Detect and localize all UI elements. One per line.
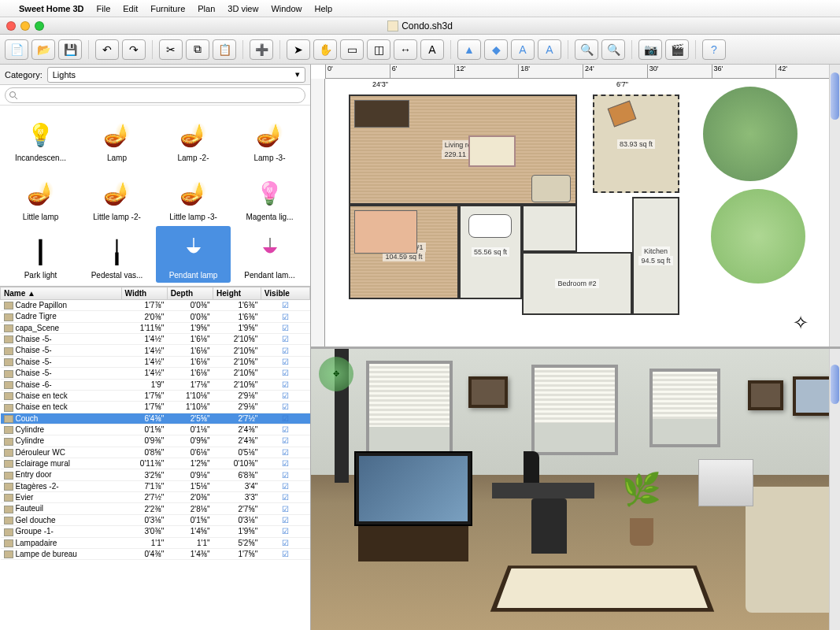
catalog-item[interactable]: 🪔Little lamp — [3, 167, 78, 224]
category-select[interactable]: Lights ▾ — [47, 67, 305, 83]
visible-checkbox[interactable]: ☑ — [261, 311, 309, 322]
minimize-icon[interactable] — [20, 21, 30, 31]
catalog-item[interactable]: 🪔Little lamp -3- — [156, 167, 231, 224]
column-header[interactable]: Name ▲ — [1, 287, 122, 300]
visible-checkbox[interactable]: ☑ — [261, 322, 309, 333]
catalog-item[interactable]: 🪔Lamp -2- — [156, 109, 231, 165]
menu-help[interactable]: Help — [315, 4, 333, 13]
zoom-in-button[interactable]: 🔍 — [575, 39, 598, 60]
close-icon[interactable] — [6, 21, 16, 31]
catalog-item[interactable]: 🪔Little lamp -2- — [80, 167, 154, 224]
visible-checkbox[interactable]: ☑ — [261, 402, 309, 413]
pan-tool-button[interactable]: ✋ — [313, 39, 337, 60]
visible-checkbox[interactable]: ☑ — [261, 447, 309, 458]
visible-checkbox[interactable]: ☑ — [261, 413, 309, 424]
table-row[interactable]: Evier2'7½"2'0⅜"3'3"☑ — [1, 492, 310, 503]
help-button[interactable]: ? — [702, 39, 726, 60]
visible-checkbox[interactable]: ☑ — [261, 424, 309, 435]
table-row[interactable]: Chaise -5-1'4½"1'6⅛"2'10⅝"☑ — [1, 345, 310, 356]
table-row[interactable]: Cadre Papillon1'7⅞"0'0⅜"1'6⅜"☑ — [1, 300, 310, 311]
zoom-icon[interactable] — [35, 21, 44, 31]
scrollbar[interactable] — [829, 65, 840, 346]
column-header[interactable]: Visible — [261, 287, 309, 300]
column-header[interactable]: Width — [121, 287, 167, 300]
visible-checkbox[interactable]: ☑ — [261, 548, 309, 559]
photo-button[interactable]: 📷 — [638, 39, 662, 60]
plan-view[interactable]: 0'6'12'18'24'30'36'42' Living room 229.1… — [311, 65, 840, 349]
room-tool-button[interactable]: ◫ — [367, 39, 390, 60]
copy-button[interactable]: ⧉ — [186, 39, 209, 60]
table-row[interactable]: Cylindre0'9⅜"0'9⅝"2'4⅜"☑ — [1, 435, 310, 447]
save-button[interactable]: 💾 — [58, 39, 82, 60]
zoom-out-button[interactable]: 🔍 — [601, 39, 625, 60]
table-row[interactable]: Lampe de bureau0'4⅜"1'4⅜"1'7⅝"☑ — [1, 548, 310, 559]
app-name[interactable]: Sweet Home 3D — [19, 4, 84, 13]
column-header[interactable]: Depth — [167, 287, 213, 300]
table-row[interactable]: Couch6'4⅜"2'5⅝"2'7½"☑ — [1, 413, 310, 424]
3d-view[interactable]: ✥ — [311, 349, 840, 631]
visible-checkbox[interactable]: ☑ — [261, 458, 309, 469]
visible-checkbox[interactable]: ☑ — [261, 300, 309, 311]
obj2-button[interactable]: ◆ — [484, 39, 508, 60]
catalog-item[interactable]: 🪔Lamp -3- — [232, 109, 307, 165]
scrollbar[interactable] — [829, 349, 840, 631]
menu-file[interactable]: File — [97, 4, 111, 13]
catalog-item[interactable]: 🪔Lamp — [80, 109, 154, 165]
table-row[interactable]: Chaise -5-1'4½"1'6⅛"2'10⅝"☑ — [1, 356, 310, 367]
search-input[interactable] — [5, 87, 305, 103]
table-row[interactable]: Chaise en teck1'7⅝"1'10⅛"2'9⅛"☑ — [1, 402, 310, 413]
visible-checkbox[interactable]: ☑ — [261, 469, 309, 480]
table-row[interactable]: Gel douche0'3⅛"0'1⅝"0'3⅛"☑ — [1, 514, 310, 525]
obj3-button[interactable]: A — [511, 39, 535, 60]
menu-edit[interactable]: Edit — [123, 4, 138, 13]
paste-button[interactable]: 📋 — [213, 39, 236, 60]
undo-button[interactable]: ↶ — [95, 39, 119, 60]
cut-button[interactable]: ✂ — [159, 39, 183, 60]
catalog-item[interactable]: 💡Magenta lig... — [232, 167, 307, 224]
video-button[interactable]: 🎬 — [665, 39, 689, 60]
visible-checkbox[interactable]: ☑ — [261, 492, 309, 503]
menu-window[interactable]: Window — [271, 4, 302, 13]
visible-checkbox[interactable]: ☑ — [261, 356, 309, 367]
catalog-item[interactable]: Pendant lamp — [156, 226, 231, 283]
table-row[interactable]: Cadre Tigre2'0⅜"0'0⅜"1'6⅜"☑ — [1, 311, 310, 322]
menu-furniture[interactable]: Furniture — [150, 4, 185, 13]
3d-nav-control[interactable]: ✥ — [319, 357, 353, 391]
visible-checkbox[interactable]: ☑ — [261, 334, 309, 345]
table-row[interactable]: Groupe -1-3'0⅜"1'4⅝"1'9⅝"☑ — [1, 526, 310, 537]
menu-plan[interactable]: Plan — [198, 4, 215, 13]
visible-checkbox[interactable]: ☑ — [261, 537, 309, 548]
visible-checkbox[interactable]: ☑ — [261, 345, 309, 356]
column-header[interactable]: Height — [213, 287, 261, 300]
add-furniture-button[interactable]: ➕ — [250, 39, 273, 60]
wall-tool-button[interactable]: ▭ — [340, 39, 364, 60]
visible-checkbox[interactable]: ☑ — [261, 514, 309, 525]
catalog-item[interactable]: 💡Incandescen... — [3, 109, 78, 165]
visible-checkbox[interactable]: ☑ — [261, 390, 309, 401]
visible-checkbox[interactable]: ☑ — [261, 368, 309, 379]
table-row[interactable]: Chaise -6-1'9"1'7⅛"2'10⅝"☑ — [1, 379, 310, 390]
redo-button[interactable]: ↷ — [122, 39, 146, 60]
visible-checkbox[interactable]: ☑ — [261, 379, 309, 390]
visible-checkbox[interactable]: ☑ — [261, 435, 309, 447]
visible-checkbox[interactable]: ☑ — [261, 526, 309, 537]
visible-checkbox[interactable]: ☑ — [261, 503, 309, 514]
select-tool-button[interactable]: ➤ — [287, 39, 310, 60]
table-row[interactable]: Dérouleur WC0'8⅝"0'6⅛"0'5⅛"☑ — [1, 447, 310, 458]
menu-3dview[interactable]: 3D view — [228, 4, 258, 13]
open-button[interactable]: 📂 — [31, 39, 55, 60]
table-row[interactable]: Cylindre0'1⅝"0'1⅛"2'4⅜"☑ — [1, 424, 310, 435]
table-row[interactable]: Chaise -5-1'4½"1'6⅛"2'10⅝"☑ — [1, 334, 310, 345]
text-tool-button[interactable]: A — [420, 39, 444, 60]
catalog-item[interactable]: ┃Park light — [3, 226, 78, 283]
table-row[interactable]: Entry door3'2⅝"0'9⅛"6'8⅜"☑ — [1, 469, 310, 480]
table-row[interactable]: Chaise -5-1'4½"1'6⅛"2'10⅝"☑ — [1, 368, 310, 379]
catalog-item[interactable]: Pendant lam... — [232, 226, 307, 283]
dimension-tool-button[interactable]: ↔ — [394, 39, 417, 60]
table-row[interactable]: Fauteuil2'2⅜"2'8⅛"2'7⅝"☑ — [1, 503, 310, 514]
table-row[interactable]: Etagères -2-7'1⅞"1'5⅛"3'4"☑ — [1, 480, 310, 491]
table-row[interactable]: Eclairage mural0'11⅜"1'2⅝"0'10⅜"☑ — [1, 458, 310, 469]
table-row[interactable]: capa_Scene1'11⅝"1'9⅝"1'9⅝"☑ — [1, 322, 310, 333]
obj4-button[interactable]: A — [538, 39, 561, 60]
visible-checkbox[interactable]: ☑ — [261, 480, 309, 491]
